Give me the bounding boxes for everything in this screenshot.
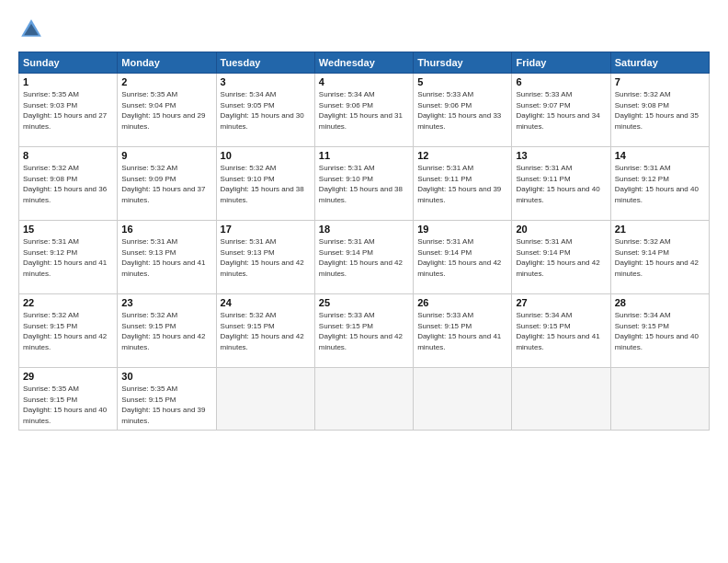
calendar-cell: [512, 368, 610, 431]
day-number: 8: [23, 150, 113, 161]
day-info: Sunrise: 5:32 AMSunset: 9:10 PMDaylight:…: [221, 163, 311, 205]
logo: [18, 17, 48, 42]
day-number: 14: [615, 150, 705, 161]
day-info: Sunrise: 5:32 AMSunset: 9:15 PMDaylight:…: [221, 310, 311, 352]
day-info: Sunrise: 5:32 AMSunset: 9:08 PMDaylight:…: [23, 163, 113, 205]
day-number: 12: [417, 150, 507, 161]
day-info: Sunrise: 5:31 AMSunset: 9:10 PMDaylight:…: [319, 163, 409, 205]
day-number: 9: [121, 150, 211, 161]
day-number: 15: [23, 224, 113, 235]
calendar-cell: 24Sunrise: 5:32 AMSunset: 9:15 PMDayligh…: [216, 294, 314, 368]
calendar-cell: 4Sunrise: 5:34 AMSunset: 9:06 PMDaylight…: [314, 74, 413, 147]
calendar-cell: 1Sunrise: 5:35 AMSunset: 9:03 PMDaylight…: [19, 74, 118, 147]
day-number: 10: [221, 150, 311, 161]
day-info: Sunrise: 5:33 AMSunset: 9:06 PMDaylight:…: [417, 89, 507, 132]
week-row-1: 1Sunrise: 5:35 AMSunset: 9:03 PMDaylight…: [19, 74, 710, 147]
day-number: 13: [516, 150, 606, 161]
day-number: 17: [221, 224, 311, 235]
calendar-cell: 19Sunrise: 5:31 AMSunset: 9:14 PMDayligh…: [414, 221, 512, 294]
day-info: Sunrise: 5:32 AMSunset: 9:15 PMDaylight:…: [23, 310, 113, 352]
calendar-cell: 11Sunrise: 5:31 AMSunset: 9:10 PMDayligh…: [314, 147, 413, 221]
day-number: 7: [615, 76, 705, 87]
calendar-page: SundayMondayTuesdayWednesdayThursdayFrid…: [0, 0, 728, 563]
day-info: Sunrise: 5:34 AMSunset: 9:15 PMDaylight:…: [516, 310, 606, 352]
calendar-cell: 9Sunrise: 5:32 AMSunset: 9:09 PMDaylight…: [118, 147, 216, 221]
day-number: 2: [121, 76, 211, 87]
day-info: Sunrise: 5:31 AMSunset: 9:11 PMDaylight:…: [417, 163, 507, 205]
day-info: Sunrise: 5:31 AMSunset: 9:11 PMDaylight:…: [516, 163, 606, 205]
day-number: 24: [221, 297, 311, 308]
weekday-header-friday: Friday: [512, 52, 610, 74]
calendar-cell: 20Sunrise: 5:31 AMSunset: 9:14 PMDayligh…: [512, 221, 610, 294]
day-info: Sunrise: 5:35 AMSunset: 9:04 PMDaylight:…: [121, 89, 211, 132]
calendar-cell: 8Sunrise: 5:32 AMSunset: 9:08 PMDaylight…: [19, 147, 118, 221]
day-number: 26: [417, 297, 507, 308]
day-info: Sunrise: 5:34 AMSunset: 9:15 PMDaylight:…: [615, 310, 705, 352]
day-info: Sunrise: 5:35 AMSunset: 9:15 PMDaylight:…: [23, 384, 113, 426]
day-info: Sunrise: 5:35 AMSunset: 9:15 PMDaylight:…: [121, 384, 211, 426]
calendar-cell: 26Sunrise: 5:33 AMSunset: 9:15 PMDayligh…: [414, 294, 512, 368]
weekday-header-tuesday: Tuesday: [216, 52, 314, 74]
day-info: Sunrise: 5:34 AMSunset: 9:06 PMDaylight:…: [319, 89, 409, 132]
calendar-cell: 17Sunrise: 5:31 AMSunset: 9:13 PMDayligh…: [216, 221, 314, 294]
calendar-cell: [314, 368, 413, 431]
calendar-cell: [414, 368, 512, 431]
day-number: 6: [516, 76, 606, 87]
calendar-cell: [216, 368, 314, 431]
day-number: 28: [615, 297, 705, 308]
calendar-table: SundayMondayTuesdayWednesdayThursdayFrid…: [18, 52, 710, 431]
day-number: 20: [516, 224, 606, 235]
calendar-cell: 3Sunrise: 5:34 AMSunset: 9:05 PMDaylight…: [216, 74, 314, 147]
day-number: 5: [417, 76, 507, 87]
week-row-2: 8Sunrise: 5:32 AMSunset: 9:08 PMDaylight…: [19, 147, 710, 221]
calendar-cell: 30Sunrise: 5:35 AMSunset: 9:15 PMDayligh…: [118, 368, 216, 431]
calendar-cell: 5Sunrise: 5:33 AMSunset: 9:06 PMDaylight…: [414, 74, 512, 147]
calendar-cell: 2Sunrise: 5:35 AMSunset: 9:04 PMDaylight…: [118, 74, 216, 147]
calendar-cell: 7Sunrise: 5:32 AMSunset: 9:08 PMDaylight…: [610, 74, 709, 147]
weekday-header-wednesday: Wednesday: [314, 52, 413, 74]
weekday-header-saturday: Saturday: [610, 52, 709, 74]
day-info: Sunrise: 5:31 AMSunset: 9:14 PMDaylight:…: [417, 236, 507, 279]
calendar-cell: 14Sunrise: 5:31 AMSunset: 9:12 PMDayligh…: [610, 147, 709, 221]
day-number: 3: [221, 76, 311, 87]
day-info: Sunrise: 5:35 AMSunset: 9:03 PMDaylight:…: [23, 89, 113, 132]
header: [18, 17, 710, 42]
day-info: Sunrise: 5:31 AMSunset: 9:14 PMDaylight:…: [319, 236, 409, 279]
calendar-cell: 12Sunrise: 5:31 AMSunset: 9:11 PMDayligh…: [414, 147, 512, 221]
weekday-header-row: SundayMondayTuesdayWednesdayThursdayFrid…: [19, 52, 710, 74]
day-number: 19: [417, 224, 507, 235]
day-info: Sunrise: 5:33 AMSunset: 9:15 PMDaylight:…: [417, 310, 507, 352]
day-info: Sunrise: 5:32 AMSunset: 9:15 PMDaylight:…: [121, 310, 211, 352]
day-number: 11: [319, 150, 409, 161]
week-row-5: 29Sunrise: 5:35 AMSunset: 9:15 PMDayligh…: [19, 368, 710, 431]
day-info: Sunrise: 5:31 AMSunset: 9:13 PMDaylight:…: [121, 236, 211, 279]
day-info: Sunrise: 5:31 AMSunset: 9:13 PMDaylight:…: [221, 236, 311, 279]
day-number: 25: [319, 297, 409, 308]
weekday-header-thursday: Thursday: [414, 52, 512, 74]
day-number: 22: [23, 297, 113, 308]
calendar-cell: 23Sunrise: 5:32 AMSunset: 9:15 PMDayligh…: [118, 294, 216, 368]
calendar-cell: 10Sunrise: 5:32 AMSunset: 9:10 PMDayligh…: [216, 147, 314, 221]
calendar-cell: 6Sunrise: 5:33 AMSunset: 9:07 PMDaylight…: [512, 74, 610, 147]
day-number: 18: [319, 224, 409, 235]
day-number: 21: [615, 224, 705, 235]
day-info: Sunrise: 5:31 AMSunset: 9:12 PMDaylight:…: [615, 163, 705, 205]
calendar-cell: 29Sunrise: 5:35 AMSunset: 9:15 PMDayligh…: [19, 368, 118, 431]
calendar-cell: 18Sunrise: 5:31 AMSunset: 9:14 PMDayligh…: [314, 221, 413, 294]
day-info: Sunrise: 5:32 AMSunset: 9:08 PMDaylight:…: [615, 89, 705, 132]
calendar-cell: 21Sunrise: 5:32 AMSunset: 9:14 PMDayligh…: [610, 221, 709, 294]
calendar-cell: 13Sunrise: 5:31 AMSunset: 9:11 PMDayligh…: [512, 147, 610, 221]
weekday-header-monday: Monday: [118, 52, 216, 74]
week-row-4: 22Sunrise: 5:32 AMSunset: 9:15 PMDayligh…: [19, 294, 710, 368]
week-row-3: 15Sunrise: 5:31 AMSunset: 9:12 PMDayligh…: [19, 221, 710, 294]
calendar-cell: 16Sunrise: 5:31 AMSunset: 9:13 PMDayligh…: [118, 221, 216, 294]
day-number: 4: [319, 76, 409, 87]
calendar-cell: 28Sunrise: 5:34 AMSunset: 9:15 PMDayligh…: [610, 294, 709, 368]
day-info: Sunrise: 5:32 AMSunset: 9:14 PMDaylight:…: [615, 236, 705, 279]
day-number: 1: [23, 76, 113, 87]
day-info: Sunrise: 5:32 AMSunset: 9:09 PMDaylight:…: [121, 163, 211, 205]
day-info: Sunrise: 5:33 AMSunset: 9:07 PMDaylight:…: [516, 89, 606, 132]
day-number: 23: [121, 297, 211, 308]
calendar-cell: 22Sunrise: 5:32 AMSunset: 9:15 PMDayligh…: [19, 294, 118, 368]
weekday-header-sunday: Sunday: [19, 52, 118, 74]
